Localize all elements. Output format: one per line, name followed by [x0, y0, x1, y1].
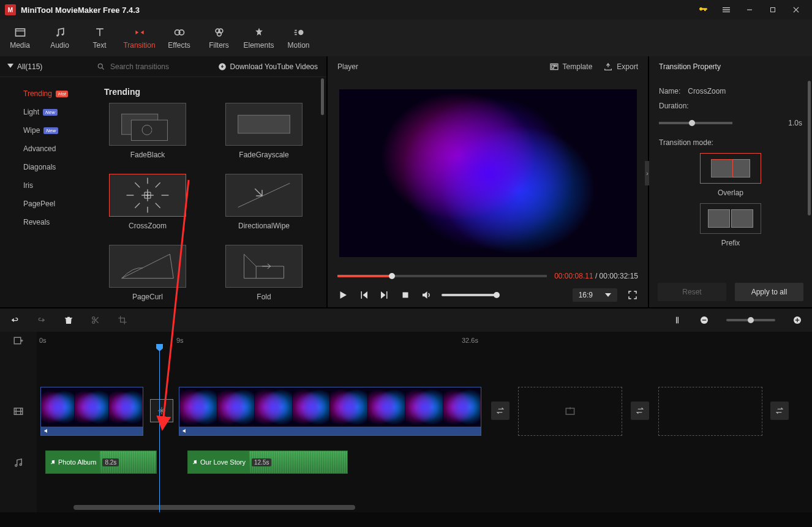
zoom-in-button[interactable]: [792, 315, 802, 325]
apply-to-all-button[interactable]: Apply to all: [735, 283, 803, 301]
sidebar-item-trending[interactable]: TrendingHot: [0, 84, 91, 103]
drop-clip-placeholder[interactable]: [658, 387, 762, 436]
video-track[interactable]: [37, 383, 812, 439]
seek-slider[interactable]: [337, 275, 547, 277]
tab-effects[interactable]: Effects: [159, 20, 199, 56]
tab-elements[interactable]: Elements: [239, 20, 279, 56]
maximize-button[interactable]: [762, 1, 784, 18]
timeline-fit-button[interactable]: [672, 315, 682, 325]
preview-image: [339, 89, 637, 257]
video-clip-2[interactable]: [179, 387, 481, 436]
audio-clip-1[interactable]: Photo Album 8.2s: [45, 450, 157, 474]
transition-directionalwipe[interactable]: [225, 174, 303, 217]
menu-icon[interactable]: [715, 1, 737, 18]
sidebar-item-reveals[interactable]: Reveals: [0, 213, 91, 231]
transition-fold[interactable]: [225, 245, 303, 288]
transition-pagecurl[interactable]: [109, 245, 186, 288]
transition-slot[interactable]: [150, 399, 173, 422]
duration-slider[interactable]: [659, 122, 732, 124]
svg-rect-29: [797, 318, 797, 323]
delete-button[interactable]: [64, 315, 73, 325]
audio-track[interactable]: Photo Album 8.2s Our Love Story 12.5s: [37, 439, 812, 485]
swap-button[interactable]: [770, 402, 789, 420]
zoom-out-button[interactable]: [699, 315, 709, 325]
transition-label: FadeBlack: [130, 151, 165, 159]
prev-button[interactable]: [358, 290, 369, 301]
tab-filters[interactable]: Filters: [199, 20, 239, 56]
aspect-ratio-select[interactable]: 16:9: [573, 288, 617, 302]
volume-icon[interactable]: [421, 290, 432, 301]
svg-point-36: [53, 463, 55, 464]
player-title: Player: [337, 62, 358, 71]
reset-button[interactable]: Reset: [658, 283, 726, 301]
volume-slider[interactable]: [442, 294, 497, 296]
transition-fadegrayscale[interactable]: [225, 103, 303, 146]
close-button[interactable]: [785, 1, 807, 18]
add-track-icon[interactable]: [13, 336, 24, 347]
crop-button[interactable]: [118, 315, 127, 325]
swap-button[interactable]: [631, 402, 649, 420]
tab-transition[interactable]: Transition: [119, 20, 159, 56]
mode-prefix[interactable]: [700, 203, 761, 234]
tab-media[interactable]: Media: [0, 20, 40, 56]
play-button[interactable]: [337, 290, 348, 301]
sidebar-item-light[interactable]: LightNew: [0, 103, 91, 121]
transition-label: Fold: [257, 293, 271, 301]
playhead[interactable]: [159, 345, 160, 512]
svg-rect-1: [771, 8, 775, 12]
stop-button[interactable]: [400, 290, 411, 301]
ruler-tick: 0s: [39, 337, 47, 344]
svg-point-33: [20, 463, 21, 465]
sidebar-item-pagepeel[interactable]: PagePeel: [0, 195, 91, 213]
export-button[interactable]: Export: [603, 62, 638, 72]
filter-all[interactable]: All(115): [0, 62, 91, 71]
svg-rect-20: [403, 293, 408, 298]
download-youtube-label: Download YouTube Videos: [230, 62, 318, 71]
export-label: Export: [617, 62, 638, 71]
sidebar-item-wipe[interactable]: WipeNew: [0, 121, 91, 140]
transition-grid: Trending FadeBlackFadeGrayscaleCrossZoom…: [91, 77, 326, 307]
swap-button[interactable]: [491, 402, 509, 420]
template-button[interactable]: Template: [549, 62, 593, 72]
tab-motion[interactable]: Motion: [279, 20, 318, 56]
search-box[interactable]: [91, 62, 209, 71]
category-sidebar: TrendingHotLightNewWipeNewAdvancedDiagon…: [0, 77, 91, 307]
transition-crosszoom[interactable]: [109, 174, 186, 217]
sidebar-item-diagonals[interactable]: Diagonals: [0, 158, 91, 176]
redo-button[interactable]: [37, 315, 47, 325]
audio-clip-duration: 8.2s: [102, 458, 119, 466]
mode-label: Prefix: [721, 239, 740, 247]
license-key-icon[interactable]: [692, 1, 714, 18]
svg-point-37: [193, 463, 194, 465]
video-clip-1[interactable]: [40, 387, 143, 436]
clip-audio-icon[interactable]: [182, 428, 188, 434]
clip-audio-icon[interactable]: [43, 428, 50, 434]
drop-clip-placeholder[interactable]: [518, 387, 622, 436]
audio-clip-duration: 12.5s: [252, 458, 271, 466]
transition-fadeblack[interactable]: [109, 103, 186, 146]
search-input[interactable]: [110, 62, 202, 71]
zoom-slider[interactable]: [726, 319, 775, 321]
prop-name-label: Name:: [659, 87, 680, 95]
tab-audio[interactable]: Audio: [40, 20, 80, 56]
timeline-scrollbar[interactable]: [73, 505, 355, 510]
music-icon: [50, 459, 56, 465]
tab-text[interactable]: Text: [80, 20, 119, 56]
svg-rect-23: [676, 317, 677, 324]
minimize-button[interactable]: [739, 1, 761, 18]
svg-rect-0: [747, 9, 752, 10]
grid-scrollbar[interactable]: [321, 78, 324, 115]
prop-name-value: CrossZoom: [688, 87, 726, 95]
timeline-ruler[interactable]: 0s 9s 32.6s: [37, 332, 812, 351]
undo-button[interactable]: [10, 315, 20, 325]
fullscreen-button[interactable]: [627, 290, 638, 301]
sidebar-item-advanced[interactable]: Advanced: [0, 140, 91, 158]
mode-overlap[interactable]: [700, 153, 761, 184]
audio-clip-2[interactable]: Our Love Story 12.5s: [187, 450, 348, 474]
split-button[interactable]: [91, 315, 100, 325]
sidebar-item-iris[interactable]: Iris: [0, 176, 91, 195]
video-track-icon: [13, 406, 24, 417]
download-youtube-button[interactable]: Download YouTube Videos: [209, 62, 326, 71]
props-scrollbar[interactable]: [808, 81, 811, 215]
next-button[interactable]: [379, 290, 390, 301]
